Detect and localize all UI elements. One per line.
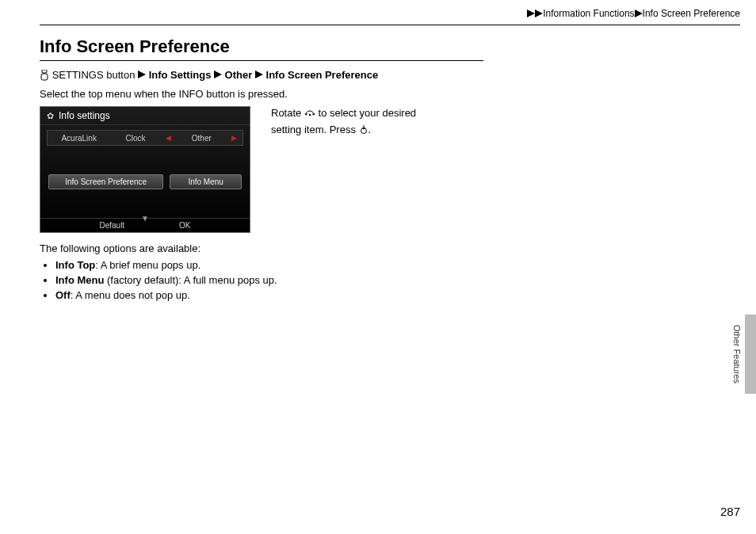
nav-step3: Info Screen Preference [266, 69, 379, 81]
nav-path: SETTINGS button Info Settings Other Info… [40, 69, 740, 83]
option-name: Off [55, 289, 71, 301]
list-item: Info Top: A brief menu pops up. [55, 259, 740, 271]
svg-point-8 [309, 114, 311, 116]
page-title: Info Screen Preference [40, 36, 483, 61]
chevron-down-icon: ▼ [141, 214, 149, 223]
nav-arrow-icon [214, 69, 222, 81]
screenshot-option-button: Info Menu [170, 174, 242, 189]
press-button-icon [359, 124, 368, 139]
screenshot-tabs: AcuraLink Clock ◀ Other ▶ [47, 130, 243, 146]
svg-marker-7 [255, 71, 263, 78]
instruction-text: Rotate to select your desired setting it… [271, 106, 437, 139]
section-tab [745, 315, 756, 394]
options-list: Info Top: A brief menu pops up. Info Men… [43, 259, 740, 301]
screenshot-ok-button: OK [179, 221, 190, 230]
page-number: 287 [720, 505, 740, 518]
screenshot-tab: Clock [107, 134, 163, 143]
list-item: Info Menu (factory default): A full menu… [55, 274, 740, 286]
options-intro: The following options are available: [40, 242, 740, 254]
screenshot-title: Info settings [59, 110, 110, 121]
instruct-part1: Rotate [271, 107, 304, 119]
svg-marker-2 [635, 10, 643, 17]
nav-step1: Info Settings [149, 69, 212, 81]
option-desc: (factory default): A full menu pops up. [104, 274, 277, 286]
rotate-dial-icon [304, 108, 315, 123]
chevron-left-icon: ◀ [164, 134, 174, 142]
breadcrumb-section: Information Functions [543, 8, 634, 19]
breadcrumb-arrow-icon [527, 9, 543, 20]
breadcrumb-page: Info Screen Preference [643, 8, 740, 19]
device-screenshot: ✿ Info settings AcuraLink Clock ◀ Other … [40, 106, 250, 233]
breadcrumb-arrow-icon [635, 9, 643, 20]
settings-button-icon [40, 70, 49, 83]
screenshot-option-button: Info Screen Preference [48, 174, 163, 189]
option-name: Info Menu [55, 274, 104, 286]
nav-arrow-icon [255, 69, 263, 81]
nav-arrow-icon [138, 69, 146, 81]
gear-icon: ✿ [47, 111, 54, 121]
option-desc: : A menu does not pop up. [71, 289, 190, 301]
svg-marker-5 [138, 71, 146, 78]
screenshot-footer: ▼ Default OK [40, 218, 250, 232]
svg-marker-0 [527, 10, 535, 17]
instruct-part3: . [368, 124, 372, 135]
nav-step2: Other [225, 69, 253, 81]
svg-marker-1 [535, 10, 543, 17]
screenshot-tab: AcuraLink [51, 134, 107, 143]
screenshot-titlebar: ✿ Info settings [40, 107, 250, 125]
section-label: Other Features [732, 325, 742, 383]
option-name: Info Top [55, 259, 95, 271]
list-item: Off: A menu does not pop up. [55, 289, 740, 301]
page-header: Information FunctionsInfo Screen Prefere… [40, 0, 740, 25]
nav-settings: SETTINGS button [52, 69, 136, 81]
screenshot-default-button: Default [99, 221, 124, 230]
svg-rect-4 [41, 74, 48, 80]
screenshot-tab: Other [174, 134, 230, 143]
svg-rect-3 [42, 70, 47, 73]
chevron-right-icon: ▶ [230, 134, 239, 142]
svg-marker-6 [214, 71, 222, 78]
intro-text: Select the top menu when the INFO button… [40, 88, 740, 100]
option-desc: : A brief menu pops up. [95, 259, 200, 271]
